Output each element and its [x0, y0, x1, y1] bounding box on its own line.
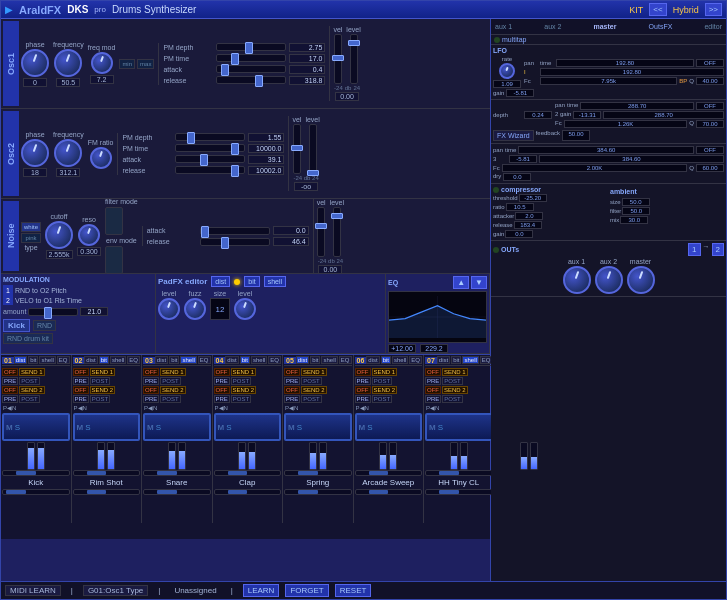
aux1-knob[interactable]	[563, 266, 591, 294]
ambient-size-value[interactable]: 50.0	[622, 198, 650, 206]
ch01-pre1[interactable]: PRE	[2, 377, 18, 385]
feedback-value[interactable]: 50.00	[562, 130, 590, 141]
ch01-pad[interactable]: M S	[2, 413, 70, 441]
ch04-fader2[interactable]	[248, 442, 256, 470]
noise-level-slider[interactable]	[333, 207, 341, 257]
noise-cutoff-knob[interactable]	[45, 221, 73, 249]
ch04-bit-btn[interactable]: bit	[240, 356, 250, 364]
osc1-pmdepth-slider[interactable]	[216, 43, 286, 51]
ch01-dist-btn[interactable]: dist	[14, 356, 27, 364]
ch05-scroll2[interactable]	[284, 489, 352, 495]
ch02-shell-btn[interactable]: shell	[110, 356, 126, 364]
ch05-bit-btn[interactable]: bit	[310, 356, 320, 364]
gain3-value[interactable]: -5.81	[509, 155, 537, 163]
osc1-attack-slider[interactable]	[216, 65, 286, 73]
osc2-release-slider[interactable]	[175, 166, 245, 174]
ch07-post2[interactable]: POST	[442, 395, 462, 403]
padfx-bit-button[interactable]: bit	[244, 276, 259, 287]
off1-val[interactable]: OFF	[696, 59, 724, 67]
time-val2[interactable]: 288.70	[580, 102, 694, 110]
ch02-post1[interactable]: POST	[90, 377, 110, 385]
osc1-freq-knob[interactable]	[54, 49, 82, 77]
osc1-pmdepth-value[interactable]: 2.75	[289, 43, 325, 52]
q-val3[interactable]: 60.00	[696, 164, 724, 172]
ch04-pad[interactable]: MS	[214, 413, 282, 441]
noise-envmode-display[interactable]	[105, 246, 123, 274]
q-val2[interactable]: 70.00	[696, 120, 724, 128]
ch02-scroll2[interactable]	[73, 489, 141, 495]
osc2-phase-knob[interactable]	[21, 139, 49, 167]
osc2-vel-slider[interactable]	[293, 124, 301, 174]
ch06-pre2[interactable]: PRE	[355, 395, 371, 403]
ch04-pre2[interactable]: PRE	[214, 395, 230, 403]
outs-nav2[interactable]: 2	[712, 243, 724, 256]
ch02-post2[interactable]: POST	[90, 395, 110, 403]
reset-button[interactable]: RESET	[335, 584, 372, 597]
ch06-pre1[interactable]: PRE	[355, 377, 371, 385]
dry-value[interactable]: 0.0	[503, 173, 531, 181]
osc2-phase-value[interactable]: 18	[23, 168, 47, 177]
ch02-dist-btn[interactable]: dist	[84, 356, 97, 364]
gain2-value[interactable]: -13.31	[573, 111, 601, 119]
aux2-knob[interactable]	[595, 266, 623, 294]
ch06-pad[interactable]: MS	[355, 413, 423, 441]
eq-down-button[interactable]: ▼	[471, 276, 487, 289]
time-val3[interactable]: 384.60	[518, 146, 694, 154]
osc1-freq-value[interactable]: 50.5	[56, 78, 80, 87]
pan-val3[interactable]: 384.60	[539, 155, 724, 163]
ch05-fader1[interactable]	[309, 442, 317, 470]
comp-gain-value[interactable]: 0.0	[505, 230, 533, 238]
ch02-fader1[interactable]	[97, 442, 105, 470]
osc1-pmtime-value[interactable]: 17.0	[289, 54, 325, 63]
rnd-drumkit-button[interactable]: RND drum kit	[3, 333, 53, 344]
ch03-post1[interactable]: POST	[160, 377, 180, 385]
padfx-dist-button[interactable]: dist	[211, 276, 230, 287]
ch03-scroll2[interactable]	[143, 489, 211, 495]
ch04-post2[interactable]: POST	[231, 395, 251, 403]
ch01-bit-btn[interactable]: bit	[28, 356, 38, 364]
ch06-dist-btn[interactable]: dist	[366, 356, 379, 364]
ch08-fader2[interactable]	[530, 442, 538, 470]
osc2-pmtime-value[interactable]: 10000.0	[248, 144, 284, 153]
depth-value[interactable]: 0.24	[524, 111, 552, 119]
ch05-shell-btn[interactable]: shell	[321, 356, 337, 364]
amount-slider[interactable]	[28, 308, 78, 316]
osc2-pmdepth-slider[interactable]	[175, 133, 245, 141]
ch02-eq-btn[interactable]: EQ	[127, 356, 140, 364]
ch05-post2[interactable]: POST	[301, 395, 321, 403]
outs-nav1[interactable]: 1	[688, 243, 700, 256]
padfx-fuzz-knob[interactable]	[184, 298, 206, 320]
lfo-rate-value[interactable]: 1.09	[493, 80, 521, 88]
lfo-gain-value[interactable]: -5.81	[506, 89, 534, 97]
ch01-pre2[interactable]: PRE	[2, 395, 18, 403]
ch06-fader1[interactable]	[379, 442, 387, 470]
osc1-pmtime-slider[interactable]	[216, 54, 286, 62]
ch05-pre2[interactable]: PRE	[284, 395, 300, 403]
fx-wizard-button[interactable]: FX Wizard	[493, 130, 534, 141]
ch06-fader2[interactable]	[389, 442, 397, 470]
ch02-pad[interactable]: M S	[73, 413, 141, 441]
ch05-dist-btn[interactable]: dist	[296, 356, 309, 364]
ch01-fader2[interactable]	[37, 442, 45, 470]
ch03-eq-btn[interactable]: EQ	[198, 356, 211, 364]
ambient-filter-value[interactable]: 50.0	[622, 207, 650, 215]
ch06-post2[interactable]: POST	[372, 395, 392, 403]
ch05-pad[interactable]: MS	[284, 413, 352, 441]
ch01-fader1[interactable]	[27, 442, 35, 470]
ch06-shell-btn[interactable]: shell	[392, 356, 408, 364]
ch01-scroll2[interactable]	[2, 489, 70, 495]
eq-up-button[interactable]: ▲	[453, 276, 469, 289]
ch04-dist-btn[interactable]: dist	[225, 356, 238, 364]
ch06-bit-btn[interactable]: bit	[381, 356, 391, 364]
ch04-pre1[interactable]: PRE	[214, 377, 230, 385]
eq-val1[interactable]: +12.00	[388, 344, 416, 353]
osc2-level-slider[interactable]	[309, 124, 317, 174]
osc1-phase-knob[interactable]	[21, 49, 49, 77]
comp-attacker-value[interactable]: 2.0	[515, 212, 543, 220]
osc2-pmdepth-value[interactable]: 1.55	[248, 133, 284, 142]
ch07-pre2[interactable]: PRE	[425, 395, 441, 403]
ch05-fader2[interactable]	[319, 442, 327, 470]
off3-val[interactable]: OFF	[696, 146, 724, 154]
rnd-button[interactable]: RND	[33, 320, 56, 331]
osc1-attack-value[interactable]: 0.4	[289, 65, 325, 74]
